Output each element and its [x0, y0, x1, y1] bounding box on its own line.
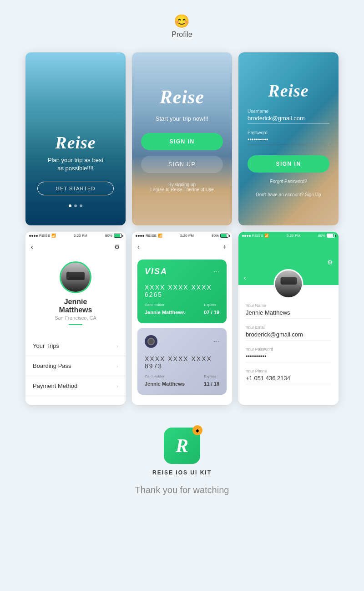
- top-screens-row: Reise Plan your trip as bestas possible!…: [25, 52, 339, 225]
- status-bar-3: REISE 📶 5:20 PM 80%: [238, 232, 339, 239]
- holder-label-2: Card Holder: [145, 374, 185, 378]
- phone-value[interactable]: +1 051 436 2134: [246, 375, 331, 384]
- carrier-name-3: REISE: [252, 234, 263, 238]
- payment-phone: REISE 📶 5:20 PM 80% ‹ + VISA ··· XXXX XX…: [132, 232, 232, 405]
- password-field: Your Password ••••••••••: [246, 347, 331, 362]
- menu-label-boarding: Boarding Pass: [33, 362, 71, 369]
- phone-screens-row: REISE 📶 5:20 PM 80% ‹ ⚙ JennieMatthews S…: [25, 232, 339, 405]
- sketch-icon: ◆: [196, 428, 199, 433]
- settings-header: ‹ ⚙: [238, 239, 339, 285]
- signup-link[interactable]: Don't have an account? Sign Up: [256, 192, 321, 197]
- arrow-payment: ›: [116, 383, 118, 389]
- password-value[interactable]: ••••••••••: [248, 136, 329, 145]
- status-time-3: 5:20 PM: [287, 234, 300, 238]
- holder-value-1: Jennie Matthews: [145, 310, 185, 315]
- battery-icon: [114, 234, 122, 238]
- forgot-password-link[interactable]: Forgot Password?: [270, 179, 307, 184]
- name-label: Your Name: [246, 303, 331, 308]
- profile-nav: ‹ ⚙: [25, 239, 126, 254]
- email-field: Your Email broderick@gmail.com: [246, 325, 331, 341]
- expires-value-1: 07 / 19: [204, 310, 219, 315]
- battery-level-3: 80%: [318, 234, 325, 238]
- signin-tagline: Start your trip now!!!: [156, 115, 208, 122]
- back-button-2[interactable]: ‹: [137, 243, 140, 250]
- wifi-icon: 📶: [51, 234, 56, 238]
- splash-screen: Reise Plan your trip as bestas possible!…: [25, 52, 126, 225]
- profile-divider: [69, 324, 82, 325]
- battery-icon-2: [220, 234, 228, 238]
- avatar: [60, 261, 91, 293]
- menu-label-trips: Your Trips: [33, 342, 59, 349]
- visa-brand: VISA: [145, 267, 167, 276]
- card-footer-1: Card Holder Jennie Matthews Expires 07 /…: [145, 303, 219, 316]
- status-left-2: REISE 📶: [136, 234, 162, 238]
- arrow-trips: ›: [116, 343, 118, 349]
- settings-avatar-image: [275, 270, 302, 297]
- arrow-boarding: ›: [116, 363, 118, 369]
- holder-value-2: Jennie Matthews: [145, 381, 185, 387]
- splash-brand: Reise: [55, 132, 96, 153]
- settings-back-button[interactable]: ‹: [244, 274, 246, 281]
- password-settings-label: Your Password: [246, 347, 331, 352]
- expires-value-2: 11 / 18: [204, 381, 219, 387]
- card-menu-2[interactable]: ···: [213, 337, 219, 346]
- status-right-3: 80%: [318, 234, 335, 238]
- settings-avatar: [274, 269, 303, 299]
- gear-button[interactable]: ⚙: [114, 243, 120, 250]
- username-value[interactable]: broderick@gmail.com: [248, 115, 329, 124]
- profile-icon: 😊: [174, 14, 190, 29]
- carrier-name-2: REISE: [146, 234, 157, 238]
- holder-label-1: Card Holder: [145, 303, 185, 307]
- dot-1: [69, 204, 71, 207]
- card-top-row-2: ···: [145, 335, 219, 348]
- email-value[interactable]: broderick@gmail.com: [246, 331, 331, 341]
- status-time: 5:20 PM: [74, 234, 87, 238]
- status-right-1: 80%: [105, 234, 122, 238]
- signin-brand: Reise: [160, 86, 204, 108]
- battery-level: 80%: [105, 234, 112, 238]
- login-button[interactable]: SIGN IN: [248, 155, 329, 173]
- menu-item-boarding[interactable]: Boarding Pass ›: [25, 356, 126, 376]
- card-number-2: XXXX XXXX XXXX 8973: [145, 355, 219, 370]
- page-title: Profile: [172, 31, 192, 39]
- page-header: 😊 Profile: [172, 14, 192, 39]
- password-settings-value[interactable]: ••••••••••: [246, 353, 331, 362]
- footer-section: R ◆ REISE IOS UI KIT Thank you for watch…: [135, 428, 229, 495]
- signal-dots-2: [136, 235, 144, 237]
- back-button[interactable]: ‹: [31, 243, 33, 250]
- get-started-button[interactable]: GET STARTED: [37, 182, 114, 195]
- card-holder-2: Card Holder Jennie Matthews: [145, 374, 185, 387]
- status-right-2: 80%: [212, 234, 228, 238]
- settings-body: Your Name Jennie Matthews Your Email bro…: [238, 285, 339, 398]
- battery-level-2: 80%: [212, 234, 219, 238]
- add-button[interactable]: +: [223, 243, 227, 250]
- password-label: Password: [248, 130, 329, 135]
- username-field-group: Username broderick@gmail.com: [248, 109, 329, 124]
- menu-item-payment[interactable]: Payment Method ›: [25, 376, 126, 396]
- signup-button[interactable]: SIGN UP: [141, 156, 223, 173]
- card-chip: [145, 335, 157, 348]
- login-screen: Reise Username broderick@gmail.com Passw…: [238, 52, 339, 225]
- status-bar-1: REISE 📶 5:20 PM 80%: [25, 232, 126, 239]
- signin-button[interactable]: SIGN IN: [141, 133, 223, 150]
- payment-content: VISA ··· XXXX XXXX XXXX 6265 Card Holder…: [132, 254, 232, 405]
- terms-text: By signing upI agree to Reise Therme of …: [150, 182, 213, 192]
- carrier-name: REISE: [39, 234, 50, 238]
- card-footer-2: Card Holder Jennie Matthews Expires 11 /…: [145, 374, 219, 387]
- app-kit-name: REISE IOS UI KIT: [152, 469, 212, 476]
- footer-tagline: Thank you for watching: [135, 485, 229, 495]
- card-holder-1: Card Holder Jennie Matthews: [145, 303, 185, 316]
- card-number-1: XXXX XXXX XXXX 6265: [145, 284, 219, 298]
- app-icon: R ◆: [164, 428, 200, 464]
- password-field-group: Password ••••••••••: [248, 130, 329, 145]
- payment-nav: ‹ +: [132, 239, 232, 254]
- settings-gear-button[interactable]: ⚙: [327, 259, 333, 266]
- name-field: Your Name Jennie Matthews: [246, 303, 331, 319]
- card-menu-1[interactable]: ···: [213, 268, 219, 276]
- phone-field: Your Phone +1 051 436 2134: [246, 369, 331, 384]
- menu-item-trips[interactable]: Your Trips ›: [25, 336, 126, 356]
- wifi-icon-3: 📶: [264, 234, 269, 238]
- menu-label-payment: Payment Method: [33, 382, 77, 389]
- name-value[interactable]: Jennie Matthews: [246, 309, 331, 319]
- signal-dots: [29, 235, 38, 237]
